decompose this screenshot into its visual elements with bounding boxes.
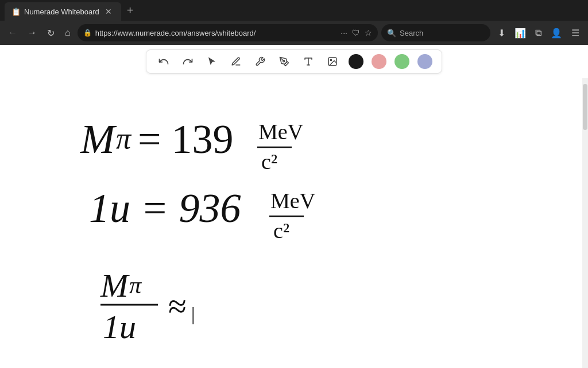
menu-icon[interactable]: ☰ xyxy=(570,26,581,40)
shield-icon: 🛡 xyxy=(352,28,360,37)
equation-3: M π 1u ≈ xyxy=(100,267,194,346)
pencil-tool-button[interactable] xyxy=(228,53,244,70)
back-button[interactable]: ← xyxy=(5,25,21,40)
tab-bar: 📋 Numerade Whiteboard ✕ + xyxy=(0,0,588,21)
home-button[interactable]: ⌂ xyxy=(61,25,74,40)
lock-icon: 🔒 xyxy=(83,29,92,37)
svg-point-4 xyxy=(330,59,331,60)
wb-toolbar-inner xyxy=(146,49,442,74)
content-area: M π = 139 MeV c² 1u = 936 MeV c² xyxy=(0,45,588,368)
search-input[interactable]: Search xyxy=(400,29,423,37)
tab-close-button[interactable]: ✕ xyxy=(103,6,114,17)
undo-button[interactable] xyxy=(156,53,172,70)
scrollbar-thumb[interactable] xyxy=(583,84,587,130)
svg-text:c²: c² xyxy=(273,218,289,243)
address-icons: ··· 🛡 ☆ xyxy=(341,28,372,37)
equation-2: 1u = 936 MeV c² xyxy=(89,185,316,243)
browser-chrome: 📋 Numerade Whiteboard ✕ + ← → ↻ ⌂ 🔒 xyxy=(0,0,588,45)
download-icon[interactable]: ⬇ xyxy=(496,26,507,40)
more-icon[interactable]: ··· xyxy=(341,28,347,37)
color-green[interactable] xyxy=(394,54,409,69)
search-box[interactable]: 🔍 Search xyxy=(381,24,490,41)
active-tab[interactable]: 📋 Numerade Whiteboard ✕ xyxy=(5,2,121,21)
svg-text:M: M xyxy=(100,267,130,304)
svg-text:1u: 1u xyxy=(103,308,136,346)
scrollbar[interactable] xyxy=(582,78,588,368)
tab-favicon: 📋 xyxy=(11,7,21,16)
svg-text:π: π xyxy=(129,272,142,298)
reader-view-icon[interactable]: 📊 xyxy=(513,26,528,40)
svg-text:M: M xyxy=(80,116,117,162)
svg-text:= 139: = 139 xyxy=(138,116,234,162)
profile-icon[interactable]: 👤 xyxy=(549,26,564,40)
address-box[interactable]: 🔒 https://www.numerade.com/answers/white… xyxy=(78,24,378,41)
split-view-icon[interactable]: ⧉ xyxy=(533,26,543,40)
svg-text:MeV: MeV xyxy=(258,120,304,144)
color-pink[interactable] xyxy=(372,54,386,69)
tools-button[interactable] xyxy=(252,53,268,70)
back-icon: ← xyxy=(8,28,17,37)
whiteboard-toolbar xyxy=(0,45,588,78)
svg-text:MeV: MeV xyxy=(270,189,316,213)
svg-text:π: π xyxy=(116,122,132,155)
svg-rect-20 xyxy=(192,307,194,324)
refresh-icon: ↻ xyxy=(47,28,55,38)
highlighter-tool-button[interactable] xyxy=(276,53,292,70)
equation-1: M π = 139 MeV c² xyxy=(80,116,304,174)
refresh-button[interactable]: ↻ xyxy=(44,25,58,41)
forward-button[interactable]: → xyxy=(24,25,40,40)
svg-text:1u = 936: 1u = 936 xyxy=(89,185,241,231)
select-tool-button[interactable] xyxy=(204,53,220,70)
star-icon[interactable]: ☆ xyxy=(365,28,372,37)
math-equations-svg: M π = 139 MeV c² 1u = 936 MeV c² xyxy=(0,78,582,368)
tab-title: Numerade Whiteboard xyxy=(24,7,99,16)
browser-toolbar-right: ⬇ 📊 ⧉ 👤 ☰ xyxy=(494,26,583,40)
url-display: https://www.numerade.com/answers/whitebo… xyxy=(95,29,338,37)
forward-icon: → xyxy=(28,28,37,37)
svg-text:c²: c² xyxy=(261,150,277,174)
redo-button[interactable] xyxy=(180,53,196,70)
svg-point-0 xyxy=(283,60,285,62)
text-tool-button[interactable] xyxy=(300,53,316,70)
new-tab-button[interactable]: + xyxy=(123,5,137,16)
address-bar-row: ← → ↻ ⌂ 🔒 https://www.numerade.com/answe… xyxy=(0,21,588,45)
color-black[interactable] xyxy=(349,54,363,69)
svg-text:≈: ≈ xyxy=(168,288,187,325)
whiteboard-drawing-area[interactable]: M π = 139 MeV c² 1u = 936 MeV c² xyxy=(0,78,588,368)
search-icon: 🔍 xyxy=(387,29,396,37)
page-wrapper: 📋 Numerade Whiteboard ✕ + ← → ↻ ⌂ 🔒 xyxy=(0,0,588,368)
color-purple[interactable] xyxy=(417,54,432,69)
image-tool-button[interactable] xyxy=(324,53,341,70)
home-icon: ⌂ xyxy=(65,28,71,37)
